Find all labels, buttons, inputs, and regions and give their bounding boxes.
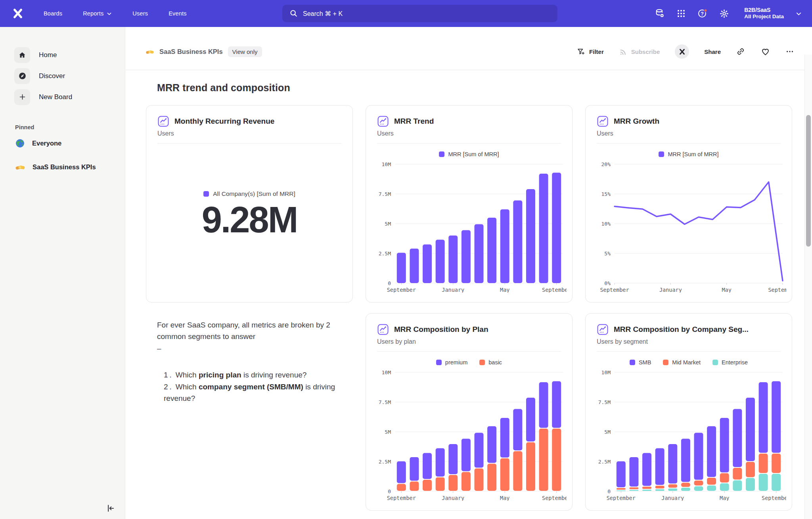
- help-icon[interactable]: ?: [697, 8, 708, 19]
- card-mrr-composition-by-plan: MRR Composition by Plan Users by plan pr…: [366, 313, 573, 511]
- legend-label: MRR [Sum of MRR]: [668, 151, 718, 157]
- legend-item[interactable]: Enterprise: [712, 359, 748, 366]
- note-dash: –: [157, 343, 350, 354]
- card-title[interactable]: Monthly Recurring Revenue: [174, 117, 274, 126]
- svg-text:10M: 10M: [382, 370, 391, 375]
- board-header: SaaS Business KPIs View only Filter: [126, 27, 812, 70]
- copy-link-icon[interactable]: [736, 47, 745, 56]
- svg-text:5M: 5M: [604, 429, 611, 435]
- search-icon: [289, 9, 298, 18]
- svg-text:10%: 10%: [601, 221, 611, 227]
- legend-label: Enterprise: [722, 359, 748, 366]
- mixpanel-logo-icon[interactable]: [12, 8, 24, 19]
- section-title: MRR trend and composition: [157, 82, 812, 94]
- pinned-section-label: Pinned: [15, 124, 125, 130]
- rss-icon: [619, 48, 627, 56]
- collapse-sidebar-button[interactable]: [104, 502, 116, 514]
- svg-text:September: September: [762, 495, 786, 501]
- card-title[interactable]: MRR Composition by Company Seg...: [614, 325, 749, 334]
- chart-legend: MRR [Sum of MRR]: [592, 150, 785, 159]
- apps-grid-icon[interactable]: [676, 8, 686, 19]
- mrr-composition-segment-stacked-bar-chart: 02.5M5M7.5M10MSeptemberJanuaryMaySeptemb…: [592, 370, 786, 501]
- legend-label: MRR [Sum of MRR]: [448, 151, 499, 157]
- card-subtitle: Users by segment: [597, 338, 781, 345]
- sidebar-item-discover[interactable]: Discover: [0, 65, 125, 86]
- nav-users[interactable]: Users: [132, 10, 148, 17]
- share-button[interactable]: Share: [704, 48, 721, 55]
- subscribe-button[interactable]: Subscribe: [619, 48, 660, 56]
- svg-text:September: September: [387, 287, 416, 293]
- legend-swatch: [436, 360, 442, 365]
- filter-funnel-icon: [577, 48, 585, 56]
- scrollbar-thumb[interactable]: [806, 115, 811, 247]
- primary-nav: Boards Reports Users Events: [44, 10, 187, 17]
- card-title[interactable]: MRR Trend: [394, 117, 434, 126]
- settings-gear-icon[interactable]: [719, 8, 729, 19]
- svg-text:7.5M: 7.5M: [379, 399, 391, 405]
- legend-swatch: [203, 191, 209, 197]
- mrr-growth-line-chart: 0%5%10%15%20%SeptemberJanuaryMaySeptembe…: [592, 162, 786, 293]
- card-subtitle: Users: [157, 130, 341, 137]
- legend-item[interactable]: MRR [Sum of MRR]: [659, 151, 718, 157]
- svg-text:May: May: [500, 287, 509, 293]
- chart-legend: MRR [Sum of MRR]: [372, 150, 566, 159]
- compass-icon: [14, 68, 30, 84]
- card-subtitle: Users by plan: [377, 338, 561, 345]
- card-title[interactable]: MRR Growth: [614, 117, 659, 126]
- favorite-heart-icon[interactable]: [760, 47, 770, 56]
- legend-swatch: [479, 360, 485, 365]
- filter-button[interactable]: Filter: [577, 48, 604, 56]
- svg-text:January: January: [442, 495, 464, 501]
- sidebar-item-saas-business-kpis[interactable]: SaaS Business KPIs: [0, 156, 125, 178]
- nav-reports[interactable]: Reports: [83, 10, 112, 17]
- legend-item[interactable]: Mid Market: [663, 359, 701, 366]
- project-name: B2B/SaaS: [744, 7, 784, 14]
- sidebar-item-new-board[interactable]: New Board: [0, 86, 125, 107]
- chevron-down-icon[interactable]: [796, 11, 802, 17]
- board-title[interactable]: SaaS Business KPIs: [159, 48, 223, 56]
- card-title[interactable]: MRR Composition by Plan: [394, 325, 488, 334]
- insights-chart-icon: [597, 115, 609, 127]
- mixpanel-x-glyph: [679, 48, 686, 55]
- project-dataset: All Project Data: [744, 13, 784, 20]
- insights-chart-icon: [597, 324, 609, 335]
- data-management-icon[interactable]: [655, 8, 665, 19]
- svg-text:0%: 0%: [604, 280, 611, 286]
- more-options-icon[interactable]: [785, 47, 795, 56]
- sidebar: Home Discover New Board Pinned: [0, 27, 125, 519]
- svg-text:January: January: [661, 495, 684, 501]
- legend-item[interactable]: basic: [479, 359, 502, 366]
- note-paragraph: For ever SaaS company, all metrics are b…: [157, 320, 350, 342]
- legend-item[interactable]: MRR [Sum of MRR]: [439, 151, 499, 157]
- legend-item[interactable]: SMB: [630, 359, 651, 366]
- legend-label: SMB: [639, 359, 651, 366]
- svg-text:2.5M: 2.5M: [379, 459, 391, 465]
- nav-events[interactable]: Events: [169, 10, 187, 17]
- svg-text:September: September: [768, 287, 786, 293]
- card-mrr-trend: MRR Trend Users MRR [Sum of MRR] 02.5M5M…: [366, 105, 573, 303]
- user-avatar[interactable]: [675, 44, 689, 59]
- card-divider: [377, 351, 561, 352]
- plus-icon: [14, 89, 30, 105]
- sidebar-item-home[interactable]: Home: [0, 44, 125, 65]
- page-scrollbar: [804, 55, 812, 519]
- navbar-right: ? B2B/SaaS All Project Data: [655, 0, 802, 27]
- chevron-down-icon: [107, 11, 112, 16]
- sidebar-item-everyone[interactable]: Everyone: [0, 132, 125, 154]
- svg-text:January: January: [659, 287, 682, 293]
- legend-swatch: [663, 360, 668, 365]
- legend-label: Mid Market: [672, 359, 701, 366]
- legend-swatch: [712, 360, 718, 365]
- project-selector[interactable]: B2B/SaaS All Project Data: [744, 7, 784, 20]
- handshake-icon: [15, 162, 25, 172]
- search-input[interactable]: Search ⌘ + K: [282, 5, 557, 22]
- handshake-icon: [146, 47, 154, 56]
- legend-swatch: [659, 151, 664, 157]
- svg-text:0: 0: [388, 488, 391, 494]
- legend-item[interactable]: premium: [436, 359, 467, 366]
- svg-text:5%: 5%: [604, 251, 611, 257]
- svg-text:20%: 20%: [601, 162, 611, 167]
- card-subtitle: Users: [597, 130, 781, 137]
- nav-boards[interactable]: Boards: [44, 10, 62, 17]
- metric-legend: All Company(s) [Sum of MRR]: [203, 190, 295, 197]
